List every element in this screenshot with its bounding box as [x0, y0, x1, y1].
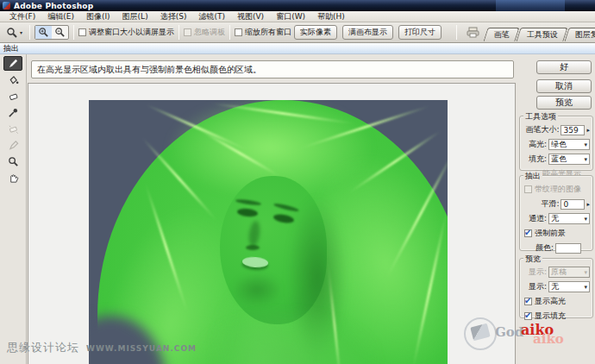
photoshop-icon	[3, 2, 10, 9]
preview-button[interactable]: 预览	[536, 96, 592, 110]
tool-options-title: 工具选项	[523, 111, 558, 122]
photoshop-window: Adobe Photoshop 文件(F) 编辑(E) 图像(I) 图层(L) …	[0, 0, 595, 364]
tool-preset-arrow-icon[interactable]: ▾	[20, 29, 22, 35]
titlebar-glow	[496, 0, 565, 11]
separator	[29, 25, 30, 40]
eraser-tool[interactable]	[3, 89, 22, 104]
tool-options-group: 工具选项 画笔大小: 359 ▸ 高光: 绿色 ▾ 填充: 蓝色 ▾	[519, 116, 593, 171]
hand-icon	[8, 173, 19, 184]
cancel-button[interactable]: 取消	[536, 79, 592, 93]
cleanup-tool	[3, 122, 22, 136]
checkbox-icon	[524, 185, 532, 193]
titlebar: Adobe Photoshop	[0, 0, 595, 11]
zoom-in-button[interactable]	[35, 26, 52, 39]
menu-view[interactable]: 视图(V)	[231, 11, 270, 22]
smooth-label: 平滑:	[541, 198, 559, 210]
menu-filter[interactable]: 滤镜(T)	[192, 11, 231, 22]
eraser-icon	[8, 91, 19, 102]
zoom-out-icon	[54, 27, 66, 38]
resize-window-checkbox[interactable]: 调整窗口大小以满屏显示	[78, 27, 174, 38]
forum-name: 思缘设计论坛	[7, 340, 79, 355]
brush-size-spinner-icon[interactable]: ▸	[586, 127, 590, 134]
extraction-group: 抽出 带纹理的图像 平滑: 0 ▸ 通道: 无 ▾ 强制前景	[519, 175, 593, 251]
menu-select[interactable]: 选择(S)	[154, 11, 193, 22]
foreground-color-swatch[interactable]	[555, 243, 581, 254]
color-label: 颜色:	[536, 242, 554, 254]
tab-tool-presets[interactable]: 工具预设	[516, 28, 567, 41]
menu-help[interactable]: 帮助(H)	[311, 11, 351, 22]
menu-image[interactable]: 图像(I)	[80, 11, 116, 22]
portrait-nose-shadow	[246, 245, 260, 250]
extract-dialog-titlebar: 抽出	[0, 43, 595, 54]
brush-size-input[interactable]: 359	[561, 125, 585, 135]
show-highlight-checkbox[interactable]: 显示高光	[524, 296, 592, 307]
channel-label: 通道:	[529, 213, 547, 224]
forum-url: WWW.MISSYUAN.COM	[86, 344, 197, 353]
separator	[456, 25, 457, 40]
window-title: Adobe Photoshop	[14, 2, 93, 10]
aiko-text-echo: aiko	[533, 331, 564, 347]
tab-layer-comps[interactable]: 图层复合	[564, 28, 595, 41]
tool-hint-text: 在高光显示区域内取出具有与强制前景色相似颜色的区域。	[37, 64, 261, 76]
chevron-down-icon: ▾	[584, 216, 587, 223]
fit-screen-button[interactable]: 满画布显示	[342, 25, 393, 40]
checkbox-icon	[235, 28, 242, 36]
aiko-watermark: God aiko aiko	[464, 314, 593, 362]
preview-group: 预览 显示: 原稿 ▾ 显示: 无 ▾ 显示高光	[519, 258, 593, 318]
extract-dialog-title: 抽出	[3, 43, 19, 54]
zoom-out-button[interactable]	[52, 26, 68, 39]
zoom-tool-swatch[interactable]: ▾	[3, 27, 25, 39]
highlight-color-select[interactable]: 绿色 ▾	[548, 139, 590, 150]
checkbox-checked-icon	[524, 229, 532, 237]
options-bar: ▾ 调整窗口大小以满屏显示	[0, 22, 595, 43]
checkbox-icon	[78, 28, 86, 36]
chevron-down-icon: ▾	[584, 141, 587, 148]
image-preview[interactable]	[89, 100, 448, 364]
preview-group-title: 预览	[523, 254, 542, 265]
menu-file[interactable]: 文件(F)	[3, 11, 41, 22]
extraction-title: 抽出	[523, 171, 542, 182]
print-size-button[interactable]: 打印尺寸	[398, 25, 442, 40]
eyedropper-tool[interactable]	[3, 105, 22, 120]
zoom-tool[interactable]	[3, 154, 22, 169]
printer-icon[interactable]	[467, 27, 479, 38]
portrait-chin-shadow	[231, 273, 283, 307]
chevron-down-icon: ▾	[584, 269, 587, 276]
checkbox-icon	[184, 28, 191, 36]
edge-touchup-icon	[8, 140, 19, 151]
chevron-down-icon: ▾	[584, 284, 587, 291]
chevron-down-icon: ▾	[584, 156, 587, 163]
edge-highlighter-icon	[8, 58, 19, 69]
ignore-palettes-checkbox: 忽略调板	[184, 27, 225, 38]
hand-tool[interactable]	[3, 171, 22, 185]
display-label: 显示:	[529, 281, 547, 292]
preview-canvas-area	[28, 83, 516, 364]
missyuan-watermark: 思缘设计论坛 WWW.MISSYUAN.COM	[7, 340, 197, 355]
zoom-all-windows-checkbox[interactable]: 缩放所有窗口	[235, 27, 291, 38]
edge-highlighter-tool[interactable]	[3, 56, 22, 71]
actual-pixels-button[interactable]: 实际像素	[294, 25, 337, 40]
fill-color-select[interactable]: 蓝色 ▾	[548, 154, 590, 165]
textured-image-checkbox: 带纹理的图像	[524, 184, 592, 195]
menu-edit[interactable]: 编辑(E)	[41, 11, 80, 22]
extract-tool-column	[0, 54, 27, 364]
stamp-text: God	[495, 324, 523, 340]
menu-layer[interactable]: 图层(L)	[116, 11, 154, 22]
paint-bucket-icon	[8, 74, 19, 85]
eyedropper-icon	[8, 107, 19, 118]
fill-tool[interactable]	[3, 72, 22, 87]
smooth-spinner-icon[interactable]: ▸	[586, 201, 590, 208]
zoom-in-icon	[38, 27, 49, 38]
display-select[interactable]: 无 ▾	[548, 281, 590, 292]
smooth-input[interactable]: 0	[561, 199, 585, 210]
channel-select[interactable]: 无 ▾	[548, 213, 590, 224]
separator	[73, 25, 74, 40]
ok-button[interactable]: 好	[536, 60, 592, 74]
fill-label: 填充:	[529, 154, 547, 165]
menubar: 文件(F) 编辑(E) 图像(I) 图层(L) 选择(S) 滤镜(T) 视图(V…	[0, 11, 595, 22]
tab-brushes[interactable]: 画笔	[483, 28, 519, 41]
force-foreground-checkbox[interactable]: 强制前景	[524, 228, 592, 239]
menu-window[interactable]: 窗口(W)	[270, 11, 311, 22]
separator	[229, 25, 230, 40]
tool-hint-box: 在高光显示区域内取出具有与强制前景色相似颜色的区域。	[31, 60, 514, 78]
